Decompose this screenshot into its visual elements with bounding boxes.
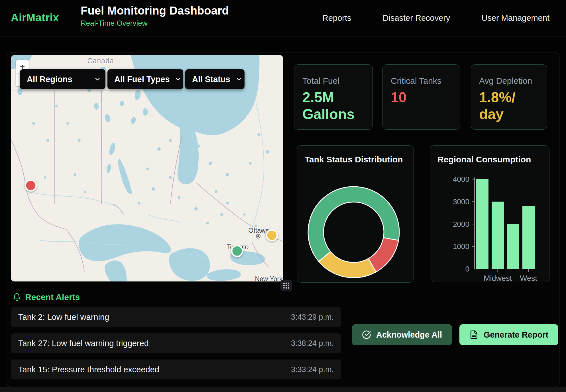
donut-segment-warning: [319, 252, 376, 278]
stat-card-critical-tanks: Critical Tanks 10: [382, 64, 460, 130]
tank-marker-warning[interactable]: [266, 229, 278, 242]
tank-status-donut-chart: [297, 146, 414, 283]
tank-marker-normal[interactable]: [231, 245, 243, 257]
chevron-down-icon: [94, 76, 101, 83]
stat-label: Avg Depletion: [479, 76, 539, 86]
y-tick-label: 0: [465, 265, 469, 273]
chevron-down-icon: [235, 76, 242, 83]
map-label-new-york: New York: [255, 275, 282, 282]
filter-dropdown-label: All Regions: [27, 75, 72, 84]
filter-dropdown-all-status[interactable]: All Status: [185, 69, 245, 89]
chart-title: Tank Status Distribution: [305, 155, 403, 164]
stat-value: 1.8%/ day: [479, 89, 539, 122]
alert-time: 3:38:24 p.m.: [291, 339, 334, 348]
alert-row: Tank 15: Pressure threshold exceeded3:33…: [11, 360, 341, 379]
map-label-canada: Canada: [87, 57, 114, 65]
alert-row: Tank 2: Low fuel warning3:43:29 p.m.: [11, 307, 341, 327]
brand-logo: AirMatrix: [11, 12, 59, 24]
bell-icon: [13, 293, 21, 301]
app-header: AirMatrix Fuel Monitoring Dashboard Real…: [0, 0, 566, 36]
title-block: Fuel Monitoring Dashboard Real-Time Over…: [81, 4, 229, 28]
alert-text: Tank 27: Low fuel warning triggered: [18, 339, 149, 348]
check-circle-icon: [362, 330, 371, 339]
nav-item-disaster-recovery[interactable]: Disaster Recovery: [383, 13, 450, 23]
acknowledge-all-label: Acknowledge All: [376, 330, 442, 340]
map-filters: All RegionsAll Fuel TypesAll Status: [20, 69, 245, 89]
recent-alerts-label: Recent Alerts: [25, 292, 80, 302]
x-tick-label: Midwest: [484, 274, 512, 282]
regional-consumption-bar-chart: 01000200030004000MidwestWest: [430, 146, 550, 282]
stat-card-total-fuel: Total Fuel 2.5M Gallons: [294, 64, 373, 130]
generate-report-button[interactable]: Generate Report: [459, 324, 558, 345]
chevron-down-icon: [175, 76, 182, 83]
bar-region-3: [522, 206, 535, 269]
stat-value: 2.5M Gallons: [302, 89, 365, 122]
tank-status-chart-card: Tank Status Distribution: [297, 145, 414, 283]
page-title: Fuel Monitoring Dashboard: [81, 4, 229, 17]
main-nav: ReportsDisaster RecoveryUser Management: [322, 0, 549, 36]
alert-text: Tank 2: Low fuel warning: [18, 313, 109, 322]
stat-label: Total Fuel: [302, 76, 365, 86]
y-tick-label: 2000: [453, 220, 469, 228]
alert-text: Tank 15: Pressure threshold exceeded: [18, 365, 159, 374]
recent-alerts-heading: Recent Alerts: [13, 292, 80, 302]
bar-region-0: [476, 179, 488, 269]
resize-drag-handle-icon[interactable]: [280, 280, 292, 291]
bottom-strip: [0, 387, 566, 392]
chart-title: Regional Consumption: [437, 155, 531, 164]
dashboard-page: AirMatrix Fuel Monitoring Dashboard Real…: [0, 0, 566, 392]
bar-region-1: [492, 202, 504, 269]
file-text-icon: [469, 330, 479, 339]
alert-row: Tank 27: Low fuel warning triggered3:38:…: [11, 333, 341, 353]
regional-consumption-chart-card: Regional Consumption 01000200030004000Mi…: [430, 145, 549, 282]
y-tick-label: 4000: [453, 175, 469, 183]
filter-dropdown-all-regions[interactable]: All Regions: [20, 69, 105, 89]
page-subtitle: Real-Time Overview: [81, 19, 229, 28]
nav-item-reports[interactable]: Reports: [322, 13, 351, 23]
alert-time: 3:33:24 p.m.: [291, 365, 334, 374]
acknowledge-all-button[interactable]: Acknowledge All: [352, 324, 452, 345]
map-panel[interactable]: CanadaOttawaTorontoNew York + − All Regi…: [11, 55, 283, 281]
y-tick-label: 3000: [453, 197, 469, 206]
y-tick-label: 1000: [453, 242, 469, 251]
nav-item-user-management[interactable]: User Management: [481, 13, 549, 23]
x-tick-label: West: [520, 274, 538, 282]
filter-dropdown-label: All Status: [192, 75, 230, 84]
tank-marker-critical[interactable]: [25, 179, 37, 192]
stat-value: 10: [391, 89, 452, 106]
stat-label: Critical Tanks: [391, 76, 452, 86]
generate-report-label: Generate Report: [484, 330, 548, 340]
filter-dropdown-label: All Fuel Types: [114, 75, 170, 84]
alert-time: 3:43:29 p.m.: [291, 313, 334, 322]
stat-card-avg-depletion: Avg Depletion 1.8%/ day: [471, 64, 547, 130]
town-symbol-icon: [256, 234, 260, 238]
bar-region-2: [507, 224, 519, 269]
filter-dropdown-all-fuel-types[interactable]: All Fuel Types: [107, 69, 183, 89]
